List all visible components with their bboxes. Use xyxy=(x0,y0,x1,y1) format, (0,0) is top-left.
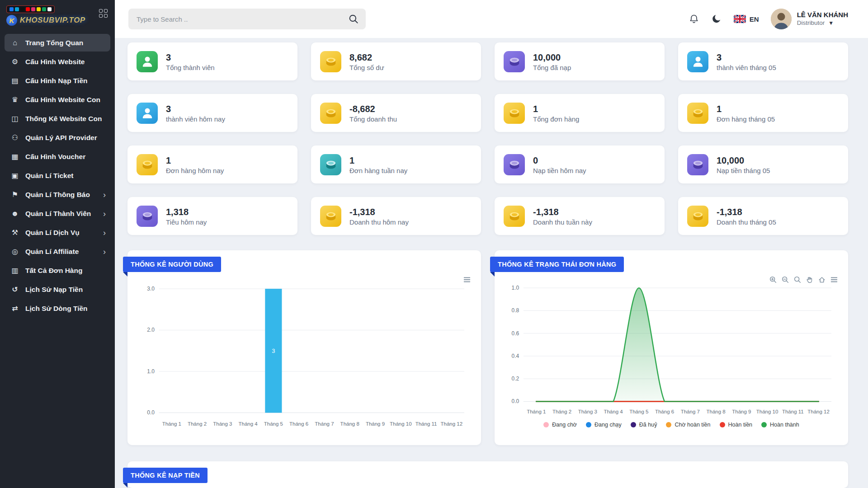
orders-area-chart[interactable]: 0.00.20.40.60.81.0Tháng 1Tháng 2Tháng 3T… xyxy=(501,279,842,417)
legend-item[interactable]: Chờ hoàn tiền xyxy=(666,422,710,428)
sidebar-item-cart[interactable]: ▥Tất Cả Đơn Hàng xyxy=(5,262,110,279)
legend-marker xyxy=(761,422,767,427)
coin-icon xyxy=(320,206,341,227)
coin-icon xyxy=(687,103,708,124)
home-icon: ⌂ xyxy=(10,39,20,47)
search-box xyxy=(128,9,366,29)
sidebar-item-services[interactable]: ⚒Quản Lí Dịch Vụ› xyxy=(5,224,110,241)
stat-label: thành viên hôm nay xyxy=(166,115,225,123)
svg-text:3.0: 3.0 xyxy=(147,286,155,292)
stat-value: 10,000 xyxy=(533,52,571,63)
legend-label: Đang chờ xyxy=(552,422,577,428)
svg-text:0.2: 0.2 xyxy=(512,375,519,382)
sidebar-item-member[interactable]: ☻Quản Lí Thành Viên› xyxy=(5,205,110,222)
sidebar-item-gear[interactable]: ⚙Cấu Hình Website xyxy=(5,53,110,70)
sidebar-item-ticket[interactable]: ▣Quản Lí Ticket xyxy=(5,167,110,184)
svg-text:Tháng 8: Tháng 8 xyxy=(340,421,359,427)
stat-card: -1,318Doanh thu tuần này xyxy=(495,197,665,235)
chevron-right-icon: › xyxy=(103,248,106,256)
user-name: LÊ VĂN KHÁNH xyxy=(797,11,848,19)
web-icon xyxy=(47,7,52,11)
stat-label: Tiêu hôm nay xyxy=(166,218,207,226)
stats-icon: ◫ xyxy=(10,114,20,123)
sidebar-item-credit-card[interactable]: ▤Cấu Hình Nạp Tiền xyxy=(5,72,110,89)
svg-text:Tháng 3: Tháng 3 xyxy=(213,421,232,427)
stat-card: 1Đơn hàng hôm nay xyxy=(127,145,297,183)
logo[interactable]: K KHOSUBVIP.TOP xyxy=(6,5,85,26)
reset-zoom-home-icon[interactable] xyxy=(818,276,826,284)
notifications-bell-icon[interactable] xyxy=(689,14,699,24)
zalo-icon xyxy=(15,7,19,11)
chart-toolbar xyxy=(463,276,471,284)
chat-icon xyxy=(42,7,46,11)
menu-icon[interactable] xyxy=(463,276,471,284)
user-menu[interactable]: LÊ VĂN KHÁNH Distributor ▼ xyxy=(771,9,848,29)
stats-grid: 3Tổng thành viên 8,682Tổng số dư 10,000T… xyxy=(115,38,868,235)
stat-label: Nạp tiền hôm nay xyxy=(533,167,586,174)
sidebar-item-megaphone[interactable]: ⚑Quản Lí Thông Báo› xyxy=(5,186,110,203)
svg-text:Tháng 10: Tháng 10 xyxy=(390,421,412,427)
sidebar-menu: ⌂Trang Tổng Quan⚙Cấu Hình Website▤Cấu Hì… xyxy=(0,30,115,319)
charts-row: THỐNG KÊ NGƯỜI DÙNG 0.01.02.03.0Tháng 1T… xyxy=(115,250,868,445)
sidebar-item-cashflow-history[interactable]: ⇄Lịch Sử Dòng Tiền xyxy=(5,300,110,317)
sidebar-header: K KHOSUBVIP.TOP xyxy=(0,0,115,30)
cart-icon: ▥ xyxy=(10,266,20,275)
voucher-icon: ▦ xyxy=(10,152,20,161)
legend-item[interactable]: Đã huỷ xyxy=(631,422,657,428)
svg-text:Tháng 12: Tháng 12 xyxy=(807,409,830,414)
stat-value: -8,682 xyxy=(349,103,397,114)
pan-icon[interactable] xyxy=(806,276,814,284)
deposit-history-icon: ↺ xyxy=(10,285,20,294)
search-input[interactable] xyxy=(128,9,366,29)
stat-value: 1 xyxy=(717,103,775,114)
legend-item[interactable]: Đang chờ xyxy=(543,422,577,428)
stat-label: Tổng đơn hàng xyxy=(533,115,579,123)
star-icon xyxy=(37,7,41,11)
legend-label: Chờ hoàn tiền xyxy=(675,422,710,428)
svg-text:Tháng 6: Tháng 6 xyxy=(655,409,674,414)
sidebar-item-label: Quản Lí Dịch Vụ xyxy=(25,229,80,237)
stat-card: -8,682Tổng doanh thu xyxy=(311,94,481,132)
stat-card: 3thành viên tháng 05 xyxy=(678,42,848,80)
sidebar-item-label: Cấu Hình Website xyxy=(25,58,85,66)
stat-label: thành viên tháng 05 xyxy=(717,64,776,71)
legend-item[interactable]: Hoàn thành xyxy=(761,422,799,428)
zoom-in-icon[interactable] xyxy=(769,276,777,284)
chart-title: THỐNG KÊ NGƯỜI DÙNG xyxy=(131,261,213,268)
legend-marker xyxy=(586,422,591,427)
language-selector[interactable]: EN xyxy=(734,15,759,23)
dark-mode-moon-icon[interactable] xyxy=(711,14,722,24)
sidebar-item-crown[interactable]: ♛Cấu Hình Website Con xyxy=(5,91,110,108)
menu-icon[interactable] xyxy=(830,276,838,284)
sidebar-item-api[interactable]: ⚇Quản Lý API Provider xyxy=(5,129,110,146)
logo-badge: K xyxy=(6,15,17,26)
sidebar-item-label: Quản Lí Thông Báo xyxy=(25,191,90,199)
coin-icon xyxy=(320,103,341,124)
svg-text:0.8: 0.8 xyxy=(512,307,519,314)
stat-value: 10,000 xyxy=(717,155,770,166)
legend-item[interactable]: Đang chạy xyxy=(586,422,622,428)
sidebar-item-affiliate[interactable]: ◎Quản Lí Affiliate› xyxy=(5,243,110,260)
stat-card: -1,318Doanh thu tháng 05 xyxy=(678,197,848,235)
stat-card: 1,318Tiêu hôm nay xyxy=(127,197,297,235)
selection-zoom-icon[interactable] xyxy=(793,276,802,284)
sidebar-item-home[interactable]: ⌂Trang Tổng Quan xyxy=(5,34,110,52)
stat-card: 0Nạp tiền hôm nay xyxy=(495,145,665,183)
svg-text:0.6: 0.6 xyxy=(512,330,519,337)
stat-card: -1,318Doanh thu hôm nay xyxy=(311,197,481,235)
legend-item[interactable]: Hoàn tiền xyxy=(720,422,753,428)
svg-text:2.0: 2.0 xyxy=(147,327,155,333)
svg-text:Tháng 2: Tháng 2 xyxy=(552,409,571,414)
sidebar-item-label: Lịch Sử Nạp Tiền xyxy=(25,286,83,294)
sidebar-item-voucher[interactable]: ▦Cấu Hình Voucher xyxy=(5,148,110,165)
svg-text:0.4: 0.4 xyxy=(512,353,519,359)
sidebar-item-deposit-history[interactable]: ↺Lịch Sử Nạp Tiền xyxy=(5,281,110,298)
chevron-right-icon: › xyxy=(103,229,106,237)
search-icon[interactable] xyxy=(348,13,359,27)
svg-text:Tháng 1: Tháng 1 xyxy=(162,421,181,427)
sidebar-item-stats[interactable]: ◫Thống Kê Website Con xyxy=(5,110,110,127)
ticket-icon: ▣ xyxy=(10,171,20,180)
legend-label: Đã huỷ xyxy=(639,422,657,428)
apps-grid-icon[interactable] xyxy=(99,9,108,18)
zoom-out-icon[interactable] xyxy=(781,276,789,284)
